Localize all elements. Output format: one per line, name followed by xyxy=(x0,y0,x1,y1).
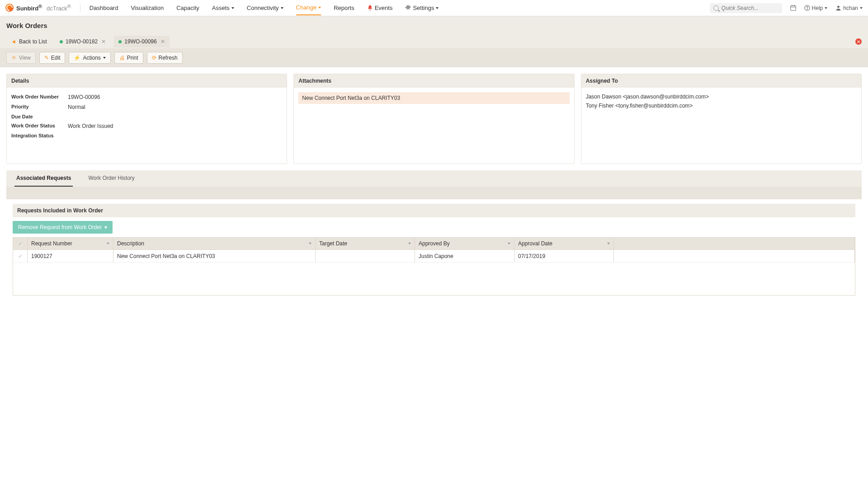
record-tab-0[interactable]: 19WO-00182 ✕ xyxy=(55,36,110,47)
check-icon: ✓ xyxy=(18,240,23,247)
value-priority: Normal xyxy=(68,104,85,110)
attachments-panel-body: New Connect Port Net3a on CLARITY03 xyxy=(294,88,574,108)
search-box[interactable] xyxy=(710,3,782,13)
chevron-down-icon xyxy=(103,57,106,59)
row-select-cell[interactable]: ✓ xyxy=(13,250,28,262)
nav-assets[interactable]: Assets xyxy=(212,1,234,15)
pencil-icon: ✎ xyxy=(44,55,49,61)
back-arrow-icon: ◄ xyxy=(11,38,16,45)
panels-row: Details Work Order Number19WO-00096 Prio… xyxy=(6,74,862,164)
help-menu[interactable]: Help xyxy=(804,5,828,11)
eye-icon: 👁 xyxy=(11,55,17,61)
print-button[interactable]: 🖨Print xyxy=(114,52,143,64)
product-name: dcTrack® xyxy=(47,4,71,12)
col-header-filler xyxy=(614,238,855,249)
nav-capacity[interactable]: Capacity xyxy=(176,1,199,15)
search-input[interactable] xyxy=(722,5,776,11)
assignee-row: Jason Dawson <jason.dawson@sunbirddcim.c… xyxy=(586,92,857,101)
label-due-date: Due Date xyxy=(11,114,68,119)
grid-body: ✓ 1900127 New Connect Port Net3a on CLAR… xyxy=(13,250,855,295)
value-wo-status: Work Order Issued xyxy=(68,123,113,129)
chevron-down-icon[interactable] xyxy=(408,243,411,244)
nav-connectivity[interactable]: Connectivity xyxy=(247,1,283,15)
sunbird-logo-icon xyxy=(5,4,14,12)
chevron-down-icon xyxy=(318,7,321,9)
remove-request-button[interactable]: Remove Request from Work Order ▾ xyxy=(13,221,113,234)
brand-name: Sunbird® xyxy=(16,4,42,12)
back-to-list-link[interactable]: ◄ Back to List xyxy=(6,35,52,48)
refresh-button[interactable]: ⟳Refresh xyxy=(147,52,183,64)
value-wo-number: 19WO-00096 xyxy=(68,94,100,100)
tab-label: 19WO-00096 xyxy=(124,38,156,45)
close-all-tabs-button[interactable]: ✕ xyxy=(855,38,862,45)
label-integration-status: Integration Status xyxy=(11,133,68,138)
table-row[interactable]: ✓ 1900127 New Connect Port Net3a on CLAR… xyxy=(13,250,855,263)
back-label: Back to List xyxy=(19,38,47,45)
record-toolbar: 👁View ✎Edit ⚡Actions 🖨Print ⟳Refresh xyxy=(0,48,868,67)
cell-request-number: 1900127 xyxy=(28,250,113,262)
col-header-approval-date[interactable]: Approval Date xyxy=(514,238,614,249)
refresh-icon: ⟳ xyxy=(152,55,156,61)
tab-label: 19WO-00182 xyxy=(66,38,98,45)
col-header-description[interactable]: Description xyxy=(113,238,316,249)
nav-events[interactable]: Events xyxy=(367,1,393,15)
view-button[interactable]: 👁View xyxy=(6,52,36,64)
gear-icon xyxy=(405,5,411,12)
svg-point-6 xyxy=(837,6,840,8)
cell-approved-by: Justin Capone xyxy=(415,250,514,262)
chevron-down-icon[interactable] xyxy=(607,243,610,244)
label-wo-number: Work Order Number xyxy=(11,94,68,100)
check-icon: ✓ xyxy=(18,253,23,259)
assigned-to-panel-header: Assigned To xyxy=(581,74,861,88)
cell-description: New Connect Port Net3a on CLARITY03 xyxy=(113,250,316,262)
record-tab-1[interactable]: 19WO-00096 ✕ xyxy=(114,36,169,47)
bell-icon xyxy=(367,5,373,12)
chevron-down-icon xyxy=(281,7,283,9)
top-nav: Sunbird® dcTrack® Dashboard Visualizatio… xyxy=(0,0,868,16)
details-panel: Details Work Order Number19WO-00096 Prio… xyxy=(6,74,287,164)
calendar-button[interactable] xyxy=(790,5,796,11)
nav-right: Help hchan xyxy=(710,3,863,13)
record-tab-bar: ◄ Back to List 19WO-00182 ✕ 19WO-00096 ✕… xyxy=(0,35,868,48)
nav-items: Dashboard Visualization Capacity Assets … xyxy=(90,0,710,15)
page-title-bar: Work Orders xyxy=(0,16,868,35)
assigned-to-panel-body: Jason Dawson <jason.dawson@sunbirddcim.c… xyxy=(581,88,861,115)
svg-point-5 xyxy=(807,9,807,9)
col-header-target-date[interactable]: Target Date xyxy=(316,238,415,249)
col-header-request-number[interactable]: Request Number xyxy=(28,238,113,249)
nav-change[interactable]: Change xyxy=(296,0,321,15)
edit-button[interactable]: ✎Edit xyxy=(39,52,66,64)
svg-rect-0 xyxy=(790,6,795,11)
nav-dashboard[interactable]: Dashboard xyxy=(90,1,118,15)
cell-approval-date: 07/17/2019 xyxy=(514,250,614,262)
tab-associated-requests[interactable]: Associated Requests xyxy=(14,170,73,187)
nav-settings[interactable]: Settings xyxy=(405,1,439,15)
close-icon[interactable]: ✕ xyxy=(101,38,106,45)
user-menu[interactable]: hchan xyxy=(835,5,863,11)
requests-grid: ✓ Request Number Description Target Date… xyxy=(13,237,855,296)
close-icon[interactable]: ✕ xyxy=(160,38,165,45)
details-panel-body: Work Order Number19WO-00096 PriorityNorm… xyxy=(7,88,287,145)
chevron-down-icon[interactable] xyxy=(107,243,109,244)
sub-tab-spacer xyxy=(6,187,862,199)
status-dot-icon xyxy=(118,40,122,43)
chevron-down-icon: ▾ xyxy=(104,224,107,230)
chevron-down-icon[interactable] xyxy=(508,243,510,244)
nav-reports[interactable]: Reports xyxy=(334,1,354,15)
chevron-down-icon xyxy=(860,7,863,9)
page-title: Work Orders xyxy=(6,22,862,29)
search-icon xyxy=(713,5,719,11)
assigned-to-panel: Assigned To Jason Dawson <jason.dawson@s… xyxy=(581,74,862,164)
col-header-approved-by[interactable]: Approved By xyxy=(415,238,514,249)
tab-work-order-history[interactable]: Work Order History xyxy=(86,170,136,187)
col-header-select[interactable]: ✓ xyxy=(13,238,28,249)
nav-visualization[interactable]: Visualization xyxy=(131,1,164,15)
attachment-item[interactable]: New Connect Port Net3a on CLARITY03 xyxy=(298,92,569,104)
sub-tabs: Associated Requests Work Order History xyxy=(6,170,862,187)
brand-logo-group: Sunbird® dcTrack® xyxy=(5,4,80,12)
chevron-down-icon[interactable] xyxy=(309,243,311,244)
print-icon: 🖨 xyxy=(119,55,125,61)
actions-button[interactable]: ⚡Actions xyxy=(69,52,110,64)
label-wo-status: Work Order Status xyxy=(11,123,68,129)
cell-filler xyxy=(614,250,855,262)
